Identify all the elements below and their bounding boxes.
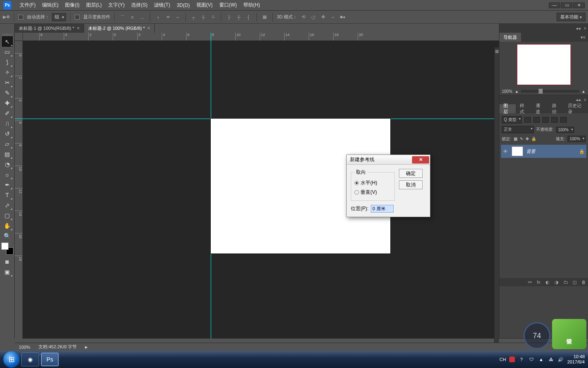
show-transform-checkbox[interactable]	[75, 15, 80, 20]
foreground-color[interactable]	[1, 242, 9, 250]
3d-pan-icon[interactable]: ✥	[319, 13, 327, 21]
link-layers-icon[interactable]: ⚯	[526, 279, 533, 285]
layer-thumbnail[interactable]	[512, 146, 523, 156]
align-hcenter-icon[interactable]: ≑	[164, 13, 172, 21]
align-bottom-icon[interactable]: ⎵	[138, 13, 146, 21]
3d-slide-icon[interactable]: ↔	[329, 13, 336, 21]
screen-mode-toggle[interactable]: ▣	[2, 267, 13, 277]
menu-image[interactable]: 图像(I)	[62, 2, 82, 9]
group-icon[interactable]: 🗀	[562, 279, 569, 285]
menu-edit[interactable]: 编辑(E)	[39, 2, 62, 9]
fill-input[interactable]: 100%	[568, 136, 586, 142]
collapse-icon[interactable]: ◂◂	[574, 97, 582, 103]
cancel-button[interactable]: 取消	[399, 180, 423, 189]
layer-style-icon[interactable]: fx	[535, 279, 542, 285]
type-tool[interactable]: T	[2, 190, 13, 200]
dialog-titlebar[interactable]: 新建参考线 ✕	[347, 155, 430, 165]
close-icon[interactable]: ×	[582, 97, 588, 102]
status-menu-icon[interactable]: ▶	[85, 345, 88, 349]
menu-type[interactable]: 文字(Y)	[105, 2, 128, 9]
marquee-tool[interactable]: ▭	[2, 47, 13, 57]
distribute-bottom-icon[interactable]: ┴	[209, 13, 217, 21]
collapsed-panel-strip[interactable]	[494, 47, 499, 362]
visibility-icon[interactable]: 👁	[503, 149, 508, 154]
gradient-tool[interactable]: ▤	[2, 149, 13, 159]
layers-tab[interactable]: 图层	[499, 104, 516, 113]
color-swatches[interactable]	[1, 242, 13, 255]
status-doc-info[interactable]: 文档:452.2K/0 字节	[38, 344, 77, 350]
hand-tool[interactable]: ✋	[2, 220, 13, 231]
layer-item-background[interactable]: 👁 背景 🔒	[501, 145, 586, 158]
opacity-input[interactable]: 100%	[556, 127, 574, 133]
window-close[interactable]: ✕	[573, 2, 585, 8]
tray-shield-icon[interactable]: 🛡	[528, 356, 535, 363]
align-top-icon[interactable]: ⎴	[119, 13, 126, 21]
distribute-vcenter-icon[interactable]: ┼	[200, 13, 207, 21]
ruler-vertical[interactable]: 0 2 4 6 8 10 12 14 16 18	[15, 41, 23, 339]
menu-view[interactable]: 视图(V)	[193, 2, 216, 9]
align-right-icon[interactable]: ⫟	[174, 13, 181, 21]
eyedropper-tool[interactable]: ✎	[2, 88, 13, 98]
workspace-switcher[interactable]: 基本功能	[557, 13, 586, 21]
auto-align-icon[interactable]: ▦	[261, 13, 268, 21]
align-left-icon[interactable]: ⫞	[154, 13, 162, 21]
3d-roll-icon[interactable]: ⭯	[310, 13, 317, 21]
document-tab-2[interactable]: 未标题-2 @ 100% (RGB/8) * ×	[84, 24, 155, 33]
filter-smart-icon[interactable]	[560, 117, 567, 123]
taskbar-app-1[interactable]: ◉	[21, 352, 39, 366]
align-vcenter-icon[interactable]: ≡	[129, 13, 136, 21]
layer-name[interactable]: 背景	[526, 148, 576, 155]
paths-tab[interactable]: 路径	[548, 104, 564, 113]
move-tool[interactable]: ↖	[2, 36, 13, 47]
layer-filter-type[interactable]: Q 类型	[502, 116, 522, 123]
collapse-icon[interactable]: ◂◂	[574, 26, 582, 31]
brush-tool[interactable]: ✐	[2, 108, 13, 118]
zoom-tool[interactable]: 🔍	[2, 231, 13, 241]
eraser-tool[interactable]: ▱	[2, 139, 13, 149]
history-brush-tool[interactable]: ↺	[2, 128, 13, 139]
blend-mode-select[interactable]: 正常	[502, 126, 534, 133]
tray-up-icon[interactable]: ▲	[538, 356, 544, 363]
lock-all-icon[interactable]: 🔒	[531, 137, 536, 141]
navigator-thumbnail[interactable]	[517, 44, 571, 85]
tray-help-icon[interactable]: ?	[518, 356, 525, 363]
3d-orbit-icon[interactable]: ⟲	[300, 13, 307, 21]
menu-file[interactable]: 文件(F)	[16, 2, 39, 9]
menu-help[interactable]: 帮助(H)	[240, 2, 263, 9]
filter-pixel-icon[interactable]	[524, 117, 531, 123]
window-maximize[interactable]: ▭	[561, 2, 572, 8]
window-minimize[interactable]: —	[549, 2, 560, 8]
dialog-close-button[interactable]: ✕	[412, 156, 429, 164]
taskbar-photoshop[interactable]: Ps	[41, 352, 59, 366]
navigator-zoom-slider[interactable]	[521, 90, 579, 92]
radio-horizontal[interactable]: 水平(H)	[354, 178, 391, 188]
3d-zoom-icon[interactable]: ■◂	[339, 13, 346, 21]
radio-icon[interactable]	[354, 181, 359, 185]
lasso-tool[interactable]: ⟆	[2, 57, 13, 67]
close-icon[interactable]: ×	[77, 25, 80, 31]
styles-tab[interactable]: 样式	[516, 104, 532, 113]
new-layer-icon[interactable]: ◫	[571, 279, 578, 285]
taskbar-clock[interactable]: 10:48 2017/6/4	[567, 354, 585, 365]
shape-tool[interactable]: ▢	[2, 210, 13, 220]
navigator-tab[interactable]: 导航器	[499, 33, 521, 42]
lock-brush-icon[interactable]: ✎	[520, 137, 523, 141]
auto-select-checkbox[interactable]	[18, 15, 23, 20]
menu-select[interactable]: 选择(S)	[128, 2, 151, 9]
document-tab-1[interactable]: 未标题-1 @ 100%(RGB/8) * ×	[15, 24, 84, 33]
ok-button[interactable]: 确定	[399, 169, 423, 178]
desktop-widget[interactable]: 简中设	[552, 319, 586, 349]
ruler-horizontal[interactable]: 6 4 2 0 2 4 6 8 10 12 14 16 18 20	[23, 33, 499, 41]
history-tab[interactable]: 历史记录	[564, 104, 588, 113]
delete-layer-icon[interactable]: 🗑	[580, 279, 587, 285]
tray-volume-icon[interactable]: 🔊	[557, 356, 564, 363]
distribute-hcenter-icon[interactable]: ┼	[235, 13, 243, 21]
clone-stamp-tool[interactable]: ⎍	[2, 118, 13, 128]
panel-menu-icon[interactable]: ▾≡	[578, 35, 588, 40]
filter-shape-icon[interactable]	[551, 117, 558, 123]
distribute-left-icon[interactable]: ├	[225, 13, 233, 21]
layer-mask-icon[interactable]: ◐	[544, 279, 551, 285]
cpu-gauge-widget[interactable]: 74	[523, 322, 550, 349]
lock-transparent-icon[interactable]: ▦	[514, 137, 517, 141]
zoom-in-icon[interactable]: ▲	[581, 89, 586, 94]
